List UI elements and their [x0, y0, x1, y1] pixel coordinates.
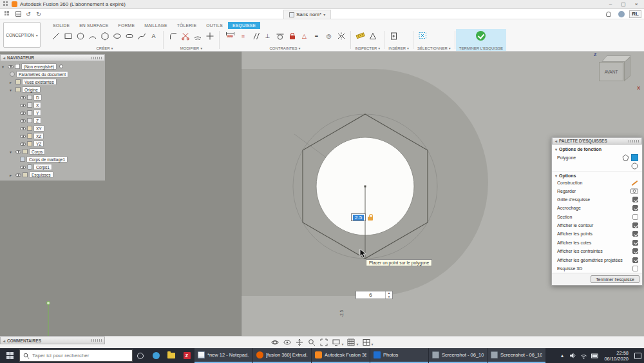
- tab-maillage[interactable]: MAILLAGE: [140, 22, 172, 29]
- grid-settings-icon[interactable]: [346, 338, 355, 347]
- tab-en-surface[interactable]: EN SURFACE: [75, 22, 113, 29]
- chevron-down-icon[interactable]: [356, 337, 358, 348]
- section-feature-options[interactable]: Options de fonction: [552, 144, 642, 153]
- redo-icon[interactable]: [33, 10, 44, 18]
- visibility-eye-icon[interactable]: [20, 135, 26, 138]
- display-settings-icon[interactable]: [332, 338, 341, 347]
- panel-grip-icon[interactable]: [629, 140, 639, 142]
- tree-row-body1[interactable]: Corps1: [0, 163, 105, 171]
- document-tab[interactable]: Sans nom*: [283, 10, 331, 19]
- spline-icon[interactable]: [136, 30, 147, 41]
- orbit-icon[interactable]: [270, 338, 279, 347]
- polygon-icon[interactable]: [99, 30, 110, 41]
- visibility-eye-icon[interactable]: [20, 96, 26, 99]
- volume-icon[interactable]: [569, 352, 576, 359]
- fillet-icon[interactable]: [167, 30, 178, 41]
- panel-grip-icon[interactable]: [91, 57, 102, 59]
- collapse-arrow-icon[interactable]: [3, 338, 5, 343]
- group-constraints-label[interactable]: CONTRAINTES: [269, 46, 297, 50]
- maximize-button[interactable]: [617, 1, 630, 7]
- viewport-canvas[interactable]: NAVIGATEUR (Non enregistré) Paramètres d…: [0, 52, 644, 336]
- section-options[interactable]: Options: [552, 171, 642, 179]
- checkbox[interactable]: [632, 231, 638, 237]
- inscribed-polygon-icon[interactable]: [631, 162, 638, 170]
- parallel-constraint-icon[interactable]: [250, 30, 261, 41]
- checkbox[interactable]: [632, 248, 638, 254]
- look-at-icon[interactable]: [283, 338, 292, 347]
- select-window-icon[interactable]: [417, 30, 428, 41]
- data-panel-icon[interactable]: [3, 10, 13, 18]
- zoom-icon[interactable]: [307, 338, 316, 347]
- lock-constraint-icon[interactable]: [287, 30, 298, 41]
- cortana-icon[interactable]: [133, 348, 148, 363]
- tree-row-mesh-body[interactable]: Corps de maillage1: [0, 155, 105, 163]
- user-initials-badge[interactable]: RL: [629, 10, 641, 18]
- finish-sketch-palette-button[interactable]: Terminer l'esquisse: [591, 275, 639, 283]
- line-icon[interactable]: [50, 30, 61, 41]
- notifications-bell-icon[interactable]: [603, 10, 614, 18]
- action-center-icon[interactable]: [634, 352, 641, 359]
- taskbar-clock[interactable]: 22:58 06/10/2020: [602, 350, 630, 362]
- group-create-label[interactable]: CRÉER: [96, 46, 109, 50]
- circle-icon[interactable]: [75, 30, 86, 41]
- group-modify-label[interactable]: MODIFIER: [180, 46, 199, 50]
- start-button[interactable]: [0, 348, 19, 363]
- tab-esquisse[interactable]: ESQUISSE: [228, 22, 260, 29]
- equal-constraint-icon[interactable]: [311, 30, 322, 41]
- finish-sketch-button[interactable]: TERMINER L'ESQUISSE: [456, 29, 506, 51]
- concentric-constraint-icon[interactable]: [323, 30, 334, 41]
- group-inspect-label[interactable]: INSPECTER: [355, 46, 377, 50]
- workspace-selector[interactable]: CONCEPTION: [3, 22, 41, 48]
- tray-expand-icon[interactable]: [558, 352, 565, 359]
- checkbox[interactable]: [632, 222, 638, 228]
- checkbox[interactable]: [632, 240, 638, 246]
- construction-line-icon[interactable]: [632, 181, 638, 186]
- task-screenshot-2[interactable]: Screenshot - 06_10...: [488, 348, 545, 363]
- offset-icon[interactable]: [192, 30, 203, 41]
- visibility-eye-icon[interactable]: [20, 142, 26, 146]
- taskbar-search[interactable]: [19, 349, 133, 362]
- radius-dimension-input[interactable]: 2.5: [351, 213, 373, 221]
- checkbox[interactable]: [632, 257, 638, 263]
- tab-forme[interactable]: FORME: [114, 22, 140, 29]
- save-icon[interactable]: [13, 10, 23, 18]
- visibility-eye-icon[interactable]: [15, 150, 21, 153]
- visibility-eye-icon[interactable]: [20, 166, 26, 169]
- symmetry-constraint-icon[interactable]: [336, 30, 346, 41]
- tree-row-plane-xz[interactable]: XZ: [0, 132, 105, 140]
- visibility-eye-icon[interactable]: [8, 65, 14, 68]
- panel-grip-icon[interactable]: [91, 339, 102, 342]
- visibility-eye-icon[interactable]: [15, 173, 21, 177]
- app-grid-icon[interactable]: [3, 1, 10, 8]
- chevron-down-icon[interactable]: [341, 337, 343, 348]
- group-select-label[interactable]: SÉLECTIONNER: [417, 46, 448, 50]
- polygon-mode-selected-swatch[interactable]: [631, 154, 638, 161]
- viewcube-front-face[interactable]: AVANT: [599, 62, 623, 81]
- tree-row-axis-y[interactable]: Y: [0, 109, 105, 117]
- pan-icon[interactable]: [295, 338, 304, 347]
- ellipse-icon[interactable]: [111, 30, 122, 41]
- fix-constraint-icon[interactable]: [299, 30, 310, 41]
- edge-browser-icon[interactable]: [148, 348, 164, 363]
- visibility-eye-icon[interactable]: [20, 127, 26, 130]
- zotero-icon[interactable]: [179, 348, 194, 363]
- tab-tolerie[interactable]: TÔLERIE: [173, 22, 201, 29]
- help-avatar-icon[interactable]: [616, 10, 627, 18]
- visibility-eye-icon[interactable]: [20, 119, 26, 123]
- navigator-header[interactable]: NAVIGATEUR: [0, 54, 105, 61]
- tree-row-axis-z[interactable]: Z: [0, 117, 105, 124]
- fit-icon[interactable]: [319, 338, 328, 347]
- tab-solide[interactable]: SOLIDE: [48, 22, 74, 29]
- close-button[interactable]: [630, 1, 643, 7]
- search-input[interactable]: [32, 353, 129, 358]
- tree-row-named-views[interactable]: Vues existantes: [0, 78, 105, 86]
- network-icon[interactable]: [580, 352, 587, 359]
- minimize-button[interactable]: [604, 1, 617, 7]
- spinner-arrows[interactable]: ▲▼: [385, 291, 392, 299]
- perpendicular-constraint-icon[interactable]: [262, 30, 273, 41]
- collapse-arrow-icon[interactable]: [3, 55, 5, 60]
- text-icon[interactable]: [148, 30, 159, 41]
- visibility-eye-icon[interactable]: [20, 104, 26, 107]
- task-notepad[interactable]: *new 12 - Notepad...: [194, 348, 252, 363]
- tab-outils[interactable]: OUTILS: [202, 22, 227, 29]
